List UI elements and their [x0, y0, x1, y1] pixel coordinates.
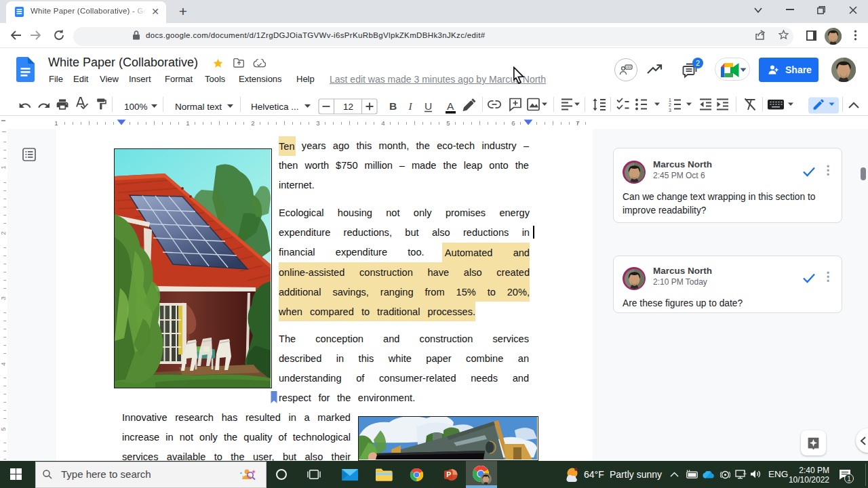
svg-text:2: 2	[669, 102, 671, 107]
svg-text:1: 1	[54, 119, 58, 127]
svg-text:6: 6	[511, 119, 515, 127]
svg-text:2: 2	[0, 231, 7, 235]
svg-text:Helvetica ...: Helvetica ...	[251, 102, 299, 112]
svg-text:2: 2	[251, 119, 254, 127]
svg-text:U: U	[425, 100, 432, 112]
svg-text:3: 3	[316, 119, 319, 127]
svg-text:5: 5	[0, 427, 7, 430]
svg-text:P: P	[446, 470, 451, 479]
svg-text:A: A	[447, 100, 454, 112]
svg-text:3: 3	[0, 296, 7, 300]
svg-text:12: 12	[343, 102, 353, 112]
svg-text:1: 1	[186, 119, 189, 127]
svg-text:7: 7	[576, 119, 579, 127]
svg-text:I: I	[408, 100, 413, 112]
svg-text:1: 1	[0, 165, 7, 169]
svg-text:3: 3	[669, 108, 671, 113]
svg-text:1: 1	[669, 98, 671, 102]
svg-text:5: 5	[446, 119, 450, 127]
svg-text:Normal text: Normal text	[175, 102, 222, 112]
svg-text:4: 4	[381, 119, 384, 127]
svg-text:B: B	[389, 100, 397, 112]
svg-text:4: 4	[0, 362, 7, 365]
svg-text:100%: 100%	[124, 102, 148, 112]
